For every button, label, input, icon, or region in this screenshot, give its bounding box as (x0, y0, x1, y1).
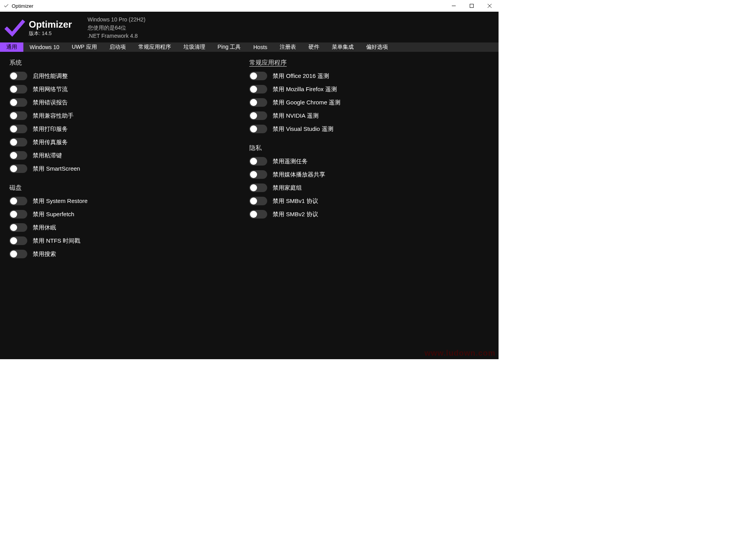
svg-rect-1 (470, 4, 474, 8)
content: 系统 启用性能调整 禁用网络节流 禁用错误报告 禁用兼容性助手 禁用打印服务 禁… (0, 52, 499, 359)
toggle-label: 禁用粘滞键 (33, 152, 62, 159)
toggle-row: 禁用家庭组 (249, 183, 489, 192)
tab-apps[interactable]: 常规应用程序 (132, 42, 177, 52)
section-title-system: 系统 (9, 59, 249, 67)
toggle-row: 禁用 System Restore (9, 197, 249, 205)
tab-ping[interactable]: Ping 工具 (211, 42, 247, 52)
tab-hosts[interactable]: Hosts (247, 42, 274, 52)
left-column: 系统 启用性能调整 禁用网络节流 禁用错误报告 禁用兼容性助手 禁用打印服务 禁… (9, 59, 249, 352)
minimize-button[interactable] (445, 0, 463, 12)
tab-menu[interactable]: 菜单集成 (326, 42, 360, 52)
toggle-label: 禁用搜索 (33, 250, 56, 258)
tab-windows10[interactable]: Windows 10 (23, 42, 65, 52)
toggle-error-report[interactable] (9, 98, 27, 107)
toggle-label: 禁用家庭组 (273, 184, 302, 192)
toggle-chrome-telemetry[interactable] (249, 98, 267, 107)
titlebar: Optimizer (0, 0, 499, 12)
right-column: 常规应用程序 禁用 Office 2016 遥测 禁用 Mozilla Fire… (249, 59, 489, 352)
tab-registry[interactable]: 注册表 (273, 42, 302, 52)
tab-uwp[interactable]: UWP 应用 (65, 42, 103, 52)
toggle-hibernate[interactable] (9, 223, 27, 232)
tab-startup[interactable]: 启动项 (103, 42, 132, 52)
tab-prefs[interactable]: 偏好选项 (360, 42, 394, 52)
tabbar: 通用 Windows 10 UWP 应用 启动项 常规应用程序 垃圾清理 Pin… (0, 42, 499, 52)
system-info: Windows 10 Pro (22H2) 您使用的是64位 .NET Fram… (88, 16, 146, 40)
section-privacy: 隐私 禁用遥测任务 禁用媒体播放器共享 禁用家庭组 禁用 SMBv1 协议 禁用… (249, 144, 489, 219)
toggle-network-throttle[interactable] (9, 85, 27, 93)
app-name: Optimizer (29, 19, 72, 30)
app-icon (3, 3, 9, 9)
toggle-label: 禁用兼容性助手 (33, 112, 74, 120)
section-title-privacy: 隐私 (249, 144, 489, 152)
toggle-media-share[interactable] (249, 170, 267, 179)
toggle-homegroup[interactable] (249, 183, 267, 192)
toggle-row: 禁用兼容性助手 (9, 111, 249, 120)
toggle-label: 禁用 NVIDIA 遥测 (273, 112, 319, 120)
toggle-row: 禁用打印服务 (9, 125, 249, 133)
toggle-system-restore[interactable] (9, 197, 27, 205)
header: Optimizer 版本: 14.5 Windows 10 Pro (22H2)… (0, 12, 499, 42)
toggle-label: 启用性能调整 (33, 72, 68, 80)
toggle-label: 禁用 System Restore (33, 198, 88, 205)
toggle-row: 禁用 NTFS 时间戳 (9, 236, 249, 245)
toggle-row: 禁用 Visual Studio 遥测 (249, 125, 489, 133)
dotnet-info: .NET Framework 4.8 (88, 32, 146, 40)
toggle-compat-assist[interactable] (9, 111, 27, 120)
section-system: 系统 启用性能调整 禁用网络节流 禁用错误报告 禁用兼容性助手 禁用打印服务 禁… (9, 59, 249, 173)
toggle-row: 禁用 NVIDIA 遥测 (249, 111, 489, 120)
toggle-ntfs-timestamp[interactable] (9, 236, 27, 245)
toggle-firefox-telemetry[interactable] (249, 85, 267, 93)
toggle-sticky-keys[interactable] (9, 151, 27, 160)
toggle-label: 禁用休眠 (33, 224, 56, 231)
toggle-row: 禁用传真服务 (9, 138, 249, 146)
tab-hardware[interactable]: 硬件 (302, 42, 326, 52)
toggle-label: 禁用传真服务 (33, 139, 68, 146)
toggle-label: 禁用 SmartScreen (33, 165, 80, 173)
toggle-fax[interactable] (9, 138, 27, 146)
toggle-superfetch[interactable] (9, 210, 27, 219)
toggle-row: 禁用 SmartScreen (9, 164, 249, 173)
toggle-vs-telemetry[interactable] (249, 125, 267, 133)
tab-general[interactable]: 通用 (0, 42, 23, 52)
toggle-label: 禁用 Superfetch (33, 211, 74, 218)
toggle-smartscreen[interactable] (9, 164, 27, 173)
toggle-row: 禁用粘滞键 (9, 151, 249, 160)
window-controls (445, 0, 499, 12)
os-info: Windows 10 Pro (22H2) (88, 16, 146, 24)
app-version: 版本: 14.5 (29, 30, 72, 37)
toggle-row: 禁用 Google Chrome 遥测 (249, 98, 489, 107)
toggle-row: 禁用 Mozilla Firefox 遥测 (249, 85, 489, 93)
toggle-search[interactable] (9, 250, 27, 258)
toggle-smbv1[interactable] (249, 197, 267, 205)
tab-cleanup[interactable]: 垃圾清理 (177, 42, 211, 52)
toggle-label: 禁用遥测任务 (273, 158, 308, 165)
watermark: www.ludown.com (425, 349, 495, 358)
toggle-telemetry-task[interactable] (249, 157, 267, 166)
section-title-disk: 磁盘 (9, 184, 249, 192)
toggle-label: 禁用打印服务 (33, 125, 68, 133)
window-title: Optimizer (12, 3, 33, 9)
toggle-row: 禁用错误报告 (9, 98, 249, 107)
toggle-row: 禁用遥测任务 (249, 157, 489, 166)
toggle-label: 禁用 Visual Studio 遥测 (273, 125, 333, 133)
maximize-button[interactable] (463, 0, 481, 12)
header-text: Optimizer 版本: 14.5 (29, 19, 72, 37)
toggle-row: 禁用 SMBv2 协议 (249, 210, 489, 219)
toggle-label: 禁用 Google Chrome 遥测 (273, 99, 340, 106)
logo-checkmark-icon (4, 17, 26, 39)
toggle-office-telemetry[interactable] (249, 72, 267, 80)
section-disk: 磁盘 禁用 System Restore 禁用 Superfetch 禁用休眠 … (9, 184, 249, 258)
toggle-row: 禁用媒体播放器共享 (249, 170, 489, 179)
toggle-label: 禁用媒体播放器共享 (273, 171, 325, 178)
toggle-label: 禁用 NTFS 时间戳 (33, 237, 81, 245)
arch-info: 您使用的是64位 (88, 24, 146, 32)
app-window: Optimizer Optimizer 版本: 14.5 Windows 10 … (0, 0, 499, 359)
toggle-print[interactable] (9, 125, 27, 133)
toggle-nvidia-telemetry[interactable] (249, 111, 267, 120)
toggle-label: 禁用 SMBv2 协议 (273, 211, 318, 218)
close-button[interactable] (481, 0, 499, 12)
toggle-row: 禁用搜索 (9, 250, 249, 258)
toggle-row: 禁用网络节流 (9, 85, 249, 93)
toggle-smbv2[interactable] (249, 210, 267, 219)
toggle-performance[interactable] (9, 72, 27, 80)
